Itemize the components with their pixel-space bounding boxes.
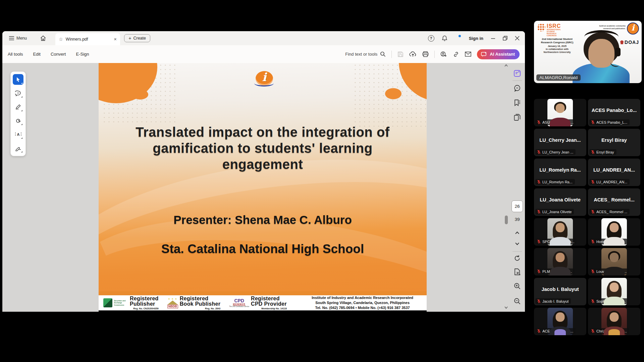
notifications-bell-icon[interactable]: [442, 35, 447, 41]
document-scrollbar[interactable]: [504, 63, 508, 312]
create-label: Create: [133, 36, 146, 41]
participant-tile[interactable]: Sophia Marie Ja...: [588, 278, 640, 305]
participant-photo: [601, 278, 627, 305]
muted-mic-icon: [591, 150, 595, 154]
save-icon[interactable]: [397, 51, 404, 57]
convert-menu[interactable]: Convert: [51, 52, 66, 57]
slide-footer: Securities and Exchange Commission Regis…: [99, 295, 427, 310]
ai-assistant-button[interactable]: AI Assistant: [477, 49, 520, 59]
participant-tile[interactable]: LU_ANDREI_AN... LU_ANDREI_AN...: [588, 159, 640, 186]
menu-button[interactable]: Menu: [7, 36, 29, 41]
sign-in-button[interactable]: Sign in: [469, 36, 483, 41]
find-text-input[interactable]: Find text or tools: [345, 51, 386, 57]
active-speaker-tile[interactable]: ISRC INTERNATIONAL STUDENT RESEARCH CONG…: [534, 21, 642, 83]
zoom-out-icon[interactable]: [514, 298, 521, 305]
participant-tile[interactable]: ASU-CAS Emma...: [534, 99, 586, 126]
participant-grid: ASU-CAS Emma... ACES Panabo_Lo... ACES P…: [534, 99, 642, 335]
participant-tile[interactable]: Jacob I. Baluyut Jacob I. Baluyut: [534, 278, 586, 305]
acrobat-titlebar: Menu ☆ Winners.pdf ✕ + Create ?: [2, 31, 525, 45]
participant-tile[interactable]: SPC_Lumangaya...: [534, 218, 586, 246]
participant-tile[interactable]: LU_Joana Olivete LU_Joana Olivete: [534, 188, 586, 216]
participant-name: LU_Cherry Jean...: [534, 137, 586, 143]
zoom-in-icon[interactable]: [514, 283, 521, 290]
decor-ellipse: [132, 89, 148, 100]
rotate-page-icon[interactable]: [514, 255, 521, 262]
close-button[interactable]: [515, 36, 520, 41]
link-icon[interactable]: [453, 51, 459, 57]
muted-mic-icon: [591, 180, 595, 184]
scroll-up-arrow[interactable]: [504, 64, 508, 67]
help-icon[interactable]: ?: [428, 35, 434, 42]
acrobat-toolbar: All tools Edit Convert E-Sign Find text …: [2, 45, 525, 63]
participant-tile[interactable]: LU_Cherry Jean... LU_Cherry Jean ...: [534, 129, 586, 156]
document-area: A i Translated impact o: [2, 63, 525, 312]
all-tools-menu[interactable]: All tools: [8, 52, 23, 57]
participant-tile[interactable]: LU_Romelyn Ra... LU_Romelyn Ra...: [534, 159, 586, 186]
participant-tile[interactable]: Chrizza Kaye So...: [588, 308, 640, 335]
participant-tile[interactable]: ACES Panabo_Lo... ACES Panabo_L...: [588, 99, 640, 126]
next-page-button[interactable]: [515, 242, 520, 245]
participant-tile[interactable]: PLM_Sean Mari...: [534, 248, 586, 276]
scroll-down-arrow[interactable]: [504, 306, 508, 309]
current-page-input[interactable]: 26: [512, 200, 523, 212]
minimize-button[interactable]: [491, 36, 495, 41]
upload-cloud-icon[interactable]: [409, 51, 417, 57]
highlight-tool-button[interactable]: [13, 102, 23, 112]
participant-tile[interactable]: HoneyMist Salv...: [588, 218, 640, 246]
restore-button[interactable]: [503, 36, 507, 41]
bookmarks-panel-icon[interactable]: [514, 99, 521, 107]
muted-mic-icon: [591, 239, 595, 244]
participant-label: Jacob I. Baluyut: [542, 299, 569, 303]
participant-label: LU_Joana Olivete: [542, 210, 572, 214]
participant-photo: [547, 218, 573, 246]
previous-page-button[interactable]: [515, 231, 520, 234]
star-icon[interactable]: ☆: [59, 37, 63, 42]
left-tool-palette: A: [10, 71, 26, 156]
muted-mic-icon: [537, 180, 541, 184]
participant-photo: [601, 218, 627, 246]
participant-name: LU_Romelyn Ra...: [534, 167, 586, 173]
svg-text:A: A: [17, 132, 19, 136]
participant-tile[interactable]: ACES_ Rommel... ACES_ Rommel ...: [588, 188, 640, 216]
select-tool-button[interactable]: [13, 74, 23, 85]
create-button[interactable]: + Create: [124, 34, 150, 42]
cursor-icon: [16, 77, 21, 82]
iiari-logo: i: [254, 70, 275, 87]
slide-school: Sta. Catalina National High School: [99, 242, 427, 256]
esign-menu[interactable]: E-Sign: [76, 52, 89, 57]
scrollbar-thumb[interactable]: [505, 216, 508, 224]
participant-label: ACES Panabo_L...: [596, 120, 627, 124]
document-tab[interactable]: ☆ Winners.pdf ✕: [55, 33, 120, 45]
pdf-page[interactable]: i Translated impact on the integration o…: [99, 63, 427, 312]
comment-tool-button[interactable]: [13, 88, 23, 99]
add-text-tool-button[interactable]: A: [13, 129, 23, 140]
home-button[interactable]: [38, 35, 48, 41]
institute-address: Institute of Industry and Academic Resea…: [312, 295, 413, 310]
ai-assistant-panel-icon[interactable]: [514, 70, 521, 77]
tab-close-icon[interactable]: ✕: [114, 37, 117, 42]
comments-panel-icon[interactable]: [514, 84, 521, 92]
muted-mic-icon: [537, 239, 541, 244]
participant-tile[interactable]: ACES Panabo-Q...: [534, 308, 586, 335]
notification-dot: [459, 35, 461, 37]
print-icon[interactable]: [422, 51, 429, 57]
fit-page-icon[interactable]: [514, 268, 521, 276]
participant-tile[interactable]: Louweesiana Bu...: [588, 248, 640, 276]
highlighter-icon: [15, 104, 21, 110]
participant-tile[interactable]: Ersyl Biray Ersyl Biray: [588, 129, 640, 156]
comment-icon: [15, 90, 21, 96]
edit-menu[interactable]: Edit: [33, 52, 41, 57]
apps-grid-icon[interactable]: [455, 36, 460, 41]
meeting-panel: ISRC INTERNATIONAL STUDENT RESEARCH CONG…: [534, 0, 642, 362]
email-icon[interactable]: [465, 52, 471, 57]
add-user-icon[interactable]: [440, 51, 447, 57]
draw-tool-button[interactable]: [13, 115, 23, 126]
fill-sign-tool-button[interactable]: [13, 143, 23, 154]
muted-mic-icon: [537, 269, 541, 274]
participant-photo: [547, 248, 573, 276]
participant-label: LU_Cherry Jean ...: [542, 150, 573, 154]
acrobat-window: Menu ☆ Winners.pdf ✕ + Create ?: [2, 31, 525, 312]
muted-mic-icon: [537, 329, 541, 333]
isrc-bulb-icon: [537, 23, 545, 32]
page-thumbnails-icon[interactable]: [514, 114, 521, 121]
